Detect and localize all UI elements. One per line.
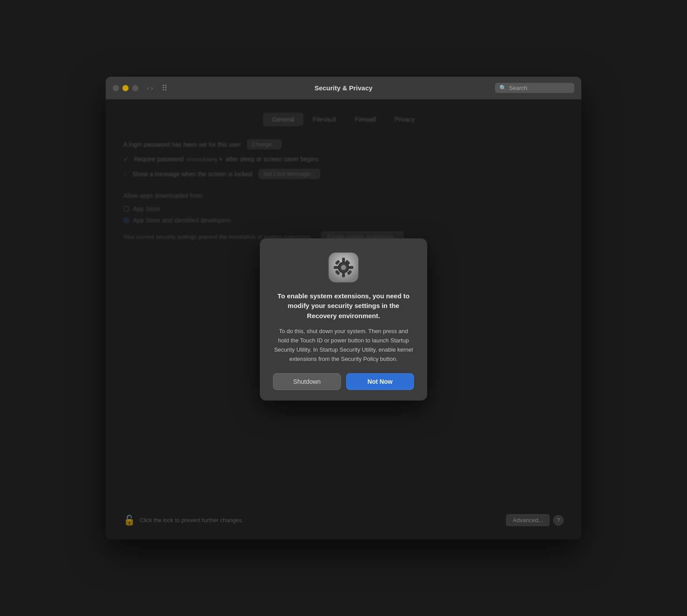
grid-icon[interactable]: ⠿ bbox=[162, 83, 167, 93]
forward-arrow-icon[interactable]: › bbox=[151, 85, 153, 92]
window-title: Security & Privacy bbox=[314, 84, 373, 92]
close-button[interactable] bbox=[113, 85, 119, 91]
svg-rect-3 bbox=[342, 258, 345, 262]
content-area: General FileVault Firewall Privacy A log… bbox=[106, 100, 581, 539]
modal-title: To enable system extensions, you need to… bbox=[273, 291, 414, 321]
svg-rect-6 bbox=[349, 266, 353, 269]
svg-rect-5 bbox=[334, 266, 338, 269]
modal-dialog: To enable system extensions, you need to… bbox=[260, 238, 427, 401]
shutdown-button[interactable]: Shutdown bbox=[273, 373, 341, 390]
system-prefs-icon bbox=[328, 252, 359, 283]
minimize-button[interactable] bbox=[122, 85, 129, 91]
nav-arrows: ‹ › bbox=[147, 85, 153, 92]
svg-rect-4 bbox=[342, 273, 345, 277]
search-placeholder: Search bbox=[509, 85, 527, 91]
traffic-lights bbox=[113, 85, 138, 91]
modal-body: To do this, shut down your system. Then … bbox=[273, 327, 414, 364]
titlebar: ‹ › ⠿ Security & Privacy 🔍 Search bbox=[106, 77, 581, 100]
main-window: ‹ › ⠿ Security & Privacy 🔍 Search Genera… bbox=[106, 77, 581, 539]
search-bar[interactable]: 🔍 Search bbox=[495, 83, 574, 93]
back-arrow-icon[interactable]: ‹ bbox=[147, 85, 149, 92]
search-icon: 🔍 bbox=[499, 85, 506, 91]
maximize-button[interactable] bbox=[132, 85, 138, 91]
svg-point-2 bbox=[341, 265, 346, 270]
modal-buttons: Shutdown Not Now bbox=[273, 373, 414, 390]
not-now-button[interactable]: Not Now bbox=[346, 373, 414, 390]
modal-overlay: To enable system extensions, you need to… bbox=[106, 100, 581, 539]
